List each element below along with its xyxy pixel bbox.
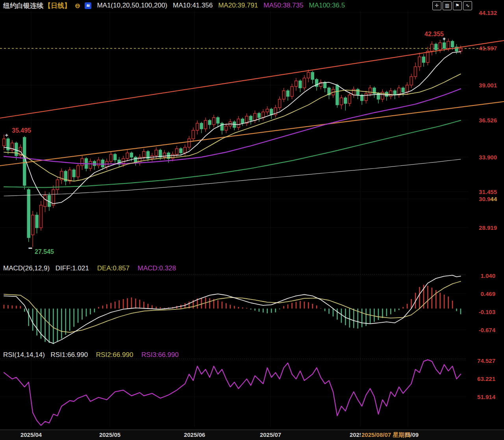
candle <box>258 113 260 118</box>
time-axis-label: 2025/07 <box>260 431 281 438</box>
flag-tool-icon[interactable]: ⚑ <box>453 1 462 10</box>
candle <box>418 57 421 67</box>
instrument-title: 纽约白银连续 <box>3 1 43 10</box>
axis-label: 31.455 <box>479 189 497 195</box>
axis-label: 41.597 <box>479 45 497 52</box>
candle <box>266 109 269 112</box>
candle <box>143 152 145 157</box>
candle <box>155 150 158 155</box>
axis-label: 36.526 <box>479 117 497 124</box>
candle <box>291 87 293 96</box>
candle <box>3 139 6 146</box>
candle <box>369 88 372 93</box>
candle <box>435 44 437 50</box>
candle <box>208 120 211 125</box>
candle <box>101 160 104 167</box>
macd-header: MACD(26,12,9) DIFF:1.021 DEA:0.857 MACD:… <box>3 264 176 272</box>
candle <box>225 126 228 130</box>
candle <box>430 44 433 51</box>
candle <box>324 82 326 88</box>
crosshair-icon[interactable]: ✛ <box>432 1 441 10</box>
candle <box>183 147 186 153</box>
axis-label: 39.001 <box>479 82 497 89</box>
indicator-icon[interactable]: ≋ <box>85 2 91 9</box>
candle <box>307 72 310 78</box>
chart-toolbar: ✛ ▥ ⚑ ∿ <box>432 1 472 10</box>
macd-diff-value: DIFF:1.021 <box>56 264 89 272</box>
candle <box>344 98 347 104</box>
collapse-icon[interactable]: ⊖ <box>75 2 80 9</box>
price-marker-label: 27.545 <box>35 248 54 255</box>
candle <box>287 91 289 96</box>
candle <box>459 48 462 51</box>
rsi-header: RSI(14,14,14) RSI1:66.990 RSI2:66.990 RS… <box>3 351 179 359</box>
candle <box>443 43 446 48</box>
panels-icon[interactable]: ▥ <box>443 1 452 10</box>
ma20-value: MA20:39.791 <box>218 2 258 9</box>
macd-dea-value: DEA:0.857 <box>97 264 130 272</box>
candle <box>447 41 450 48</box>
axis-label: 0.469 <box>480 290 495 297</box>
rsi3-value: RSI3:66.990 <box>141 351 179 359</box>
candle <box>23 137 26 185</box>
candle <box>303 78 306 88</box>
ma-settings-label: MA1(10,20,50,100,200) <box>97 2 167 9</box>
candle <box>109 154 112 161</box>
axis-label: 63.221 <box>477 375 495 382</box>
ma10-value: MA10:41.356 <box>173 2 213 9</box>
candle <box>171 154 174 159</box>
candle <box>27 190 30 238</box>
date-tooltip: 2025/08/07 星期四 <box>361 431 410 438</box>
candle <box>365 94 367 101</box>
candle <box>389 91 392 96</box>
candle <box>217 118 219 123</box>
candle <box>35 215 38 227</box>
candle <box>212 118 215 125</box>
axis-label: 1.040 <box>480 272 495 279</box>
candle <box>336 85 339 105</box>
chart-header: 纽约白银连续 【日线】 ⊖ ≋ MA1(10,20,50,100,200) MA… <box>0 0 504 11</box>
rsi-params: RSI(14,14,14) <box>3 351 45 359</box>
candle <box>402 88 404 92</box>
candle <box>270 109 273 115</box>
period-label[interactable]: 【日线】 <box>44 1 71 10</box>
ma100-value: MA100:36.5 <box>309 2 345 9</box>
ma50-value: MA50:38.735 <box>263 2 303 9</box>
candle <box>72 170 75 177</box>
candle <box>97 160 100 165</box>
candle <box>188 139 191 148</box>
axis-label: 28.919 <box>479 224 497 231</box>
candle <box>262 112 265 117</box>
time-axis-label: 2025/04 <box>20 431 42 438</box>
price-marker-glyph: ✛ <box>5 133 8 137</box>
axis-label: 51.914 <box>477 394 496 400</box>
candle <box>393 91 396 95</box>
candle <box>69 170 71 181</box>
candle <box>278 99 281 108</box>
time-axis-label: 2025/05 <box>99 431 120 438</box>
candle <box>254 113 256 120</box>
candle <box>439 43 441 50</box>
axis-label: -0.674 <box>478 327 495 333</box>
candle <box>196 123 199 130</box>
candle <box>348 95 351 104</box>
candle <box>356 89 359 95</box>
candle <box>192 130 195 139</box>
axis-label: 30.944 <box>479 196 497 202</box>
candle <box>406 85 409 92</box>
candle <box>282 91 285 100</box>
candle <box>44 195 46 207</box>
rsi2-value: RSI2:66.990 <box>96 351 133 359</box>
candle <box>451 41 454 47</box>
curve-tool-icon[interactable]: ∿ <box>463 1 472 10</box>
time-axis-label: 2025/06 <box>184 431 205 438</box>
axis-label: 74.527 <box>477 357 495 364</box>
candle <box>126 153 129 158</box>
candle <box>180 149 182 153</box>
candle <box>414 67 417 77</box>
macd-params: MACD(26,12,9) <box>3 264 50 272</box>
candle <box>81 159 83 166</box>
candle <box>89 161 92 168</box>
chart-canvas[interactable]: 35.495✛42.355✳27.545▬44.13241.59739.0013… <box>0 0 504 440</box>
candle <box>114 154 117 160</box>
